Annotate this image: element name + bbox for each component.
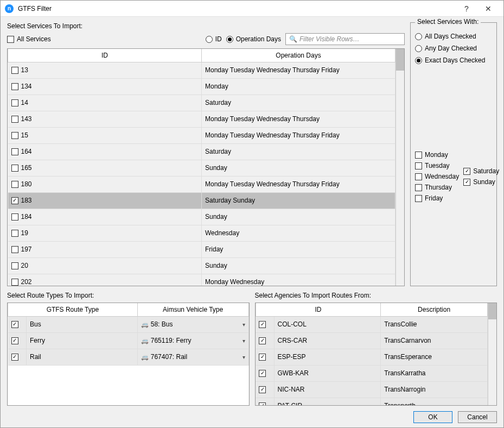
agency-id: NIC-NAR — [274, 381, 381, 398]
close-button[interactable]: ✕ — [477, 1, 499, 16]
route-types-table[interactable]: GTFS Route Type Aimsun Vehicle Type Bus … — [8, 303, 249, 406]
table-row[interactable]: CRS-CAR TransCarnarvon — [256, 332, 488, 349]
row-checkbox[interactable]: 180 — [11, 180, 199, 188]
day-checkbox[interactable]: Sunday — [463, 178, 499, 186]
row-checkbox[interactable]: 19 — [11, 229, 199, 237]
col-gtfs-type[interactable]: GTFS Route Type — [8, 303, 138, 316]
row-checkbox[interactable]: 134 — [11, 83, 199, 90]
row-days: Saturday — [202, 95, 395, 111]
col-aimsun-type[interactable]: Aimsun Vehicle Type — [137, 303, 248, 316]
vehicle-type-select[interactable]: 🚐765119: Ferry▾ — [137, 332, 248, 349]
day-checkbox[interactable]: Monday — [415, 151, 459, 159]
filter-option[interactable]: Exact Days Checked — [415, 56, 492, 64]
day-label: Monday — [425, 151, 448, 159]
day-label: Sunday — [473, 178, 495, 186]
agency-desc: TransCarnarvon — [381, 332, 488, 349]
row-checkbox[interactable] — [11, 354, 23, 361]
row-id: 183 — [21, 197, 32, 204]
table-row[interactable]: 15 Monday Tuesday Wednesday Thursday Fri… — [8, 127, 395, 143]
table-row[interactable]: 180 Monday Tuesday Wednesday Thursday Fr… — [8, 176, 395, 192]
scroll-thumb[interactable] — [396, 49, 404, 71]
services-scrollbar[interactable] — [395, 49, 404, 286]
table-row[interactable]: GWB-KAR TransKarratha — [256, 365, 488, 381]
route-type-name: Bus — [27, 316, 138, 332]
row-id: 19 — [21, 229, 28, 237]
col-id[interactable]: ID — [8, 49, 202, 62]
table-row[interactable]: 184 Sunday — [8, 209, 395, 225]
vehicle-icon: 🚐 — [141, 354, 149, 360]
table-row[interactable]: 134 Monday — [8, 78, 395, 95]
vehicle-type-select[interactable]: 🚐58: Bus▾ — [137, 316, 248, 332]
row-checkbox[interactable]: 183 — [11, 197, 199, 204]
row-checkbox[interactable]: 164 — [11, 148, 199, 155]
table-row[interactable]: Ferry 🚐765119: Ferry▾ — [8, 332, 249, 349]
day-checkbox[interactable]: Saturday — [463, 167, 499, 175]
row-checkbox[interactable]: 202 — [11, 278, 199, 286]
row-checkbox[interactable]: 13 — [11, 66, 199, 74]
filter-option-label: Any Day Checked — [425, 45, 477, 52]
table-row[interactable]: 13 Monday Tuesday Wednesday Thursday Fri… — [8, 62, 395, 78]
day-checkbox[interactable]: Thursday — [415, 184, 459, 191]
row-checkbox[interactable]: 184 — [11, 213, 199, 221]
radio-operation-days[interactable]: Operation Days — [226, 35, 281, 43]
table-row[interactable]: PAT-CIR Transperth — [256, 398, 488, 406]
day-checkbox[interactable]: Wednesday — [415, 173, 459, 180]
table-row[interactable]: NIC-NAR TransNarrogin — [256, 381, 488, 398]
search-input[interactable] — [299, 35, 401, 43]
col-agency-id[interactable]: ID — [256, 303, 381, 316]
row-checkbox[interactable]: 14 — [11, 99, 199, 106]
table-row[interactable]: Bus 🚐58: Bus▾ — [8, 316, 249, 332]
all-services-checkbox[interactable]: All Services — [7, 35, 51, 43]
table-row[interactable]: 183 Saturday Sunday — [8, 192, 395, 209]
row-days: Friday — [202, 241, 395, 257]
scroll-thumb[interactable] — [488, 303, 496, 319]
radio-id[interactable]: ID — [206, 35, 222, 43]
row-checkbox[interactable] — [259, 386, 271, 393]
row-checkbox[interactable]: 15 — [11, 131, 199, 139]
row-checkbox[interactable] — [11, 321, 23, 328]
chevron-down-icon: ▾ — [243, 322, 245, 328]
row-checkbox[interactable] — [259, 402, 271, 406]
row-checkbox[interactable] — [259, 370, 271, 377]
table-row[interactable]: COL-COL TransCollie — [256, 316, 488, 332]
table-row[interactable]: ESP-ESP TransEsperance — [256, 349, 488, 365]
table-row[interactable]: 19 Wednesday — [8, 225, 395, 241]
row-days: Monday Tuesday Wednesday Thursday Friday — [202, 62, 395, 78]
ok-button[interactable]: OK — [413, 411, 452, 423]
search-box[interactable]: 🔍 — [285, 33, 405, 45]
filter-option[interactable]: Any Day Checked — [415, 45, 492, 52]
table-row[interactable]: 20 Sunday — [8, 257, 395, 274]
row-days: Sunday — [202, 209, 395, 225]
help-button[interactable]: ? — [456, 1, 477, 16]
agency-id: GWB-KAR — [274, 365, 381, 381]
table-row[interactable]: Rail 🚐767407: Rail▾ — [8, 349, 249, 365]
row-checkbox[interactable]: 197 — [11, 246, 199, 253]
route-type-name: Ferry — [27, 332, 138, 349]
filter-option[interactable]: All Days Checked — [415, 33, 492, 40]
row-checkbox[interactable]: 165 — [11, 164, 199, 172]
row-checkbox[interactable] — [259, 321, 271, 328]
row-checkbox[interactable] — [11, 337, 23, 344]
agencies-table[interactable]: ID Description COL-COL TransCollie CRS-C… — [256, 303, 488, 406]
table-row[interactable]: 14 Saturday — [8, 95, 395, 111]
cancel-button[interactable]: Cancel — [458, 411, 497, 423]
agencies-scrollbar[interactable] — [488, 303, 496, 405]
sidebar-label: Select Services With: — [415, 18, 481, 26]
day-label: Wednesday — [425, 173, 459, 180]
table-row[interactable]: 197 Friday — [8, 241, 395, 257]
vehicle-type-select[interactable]: 🚐767407: Rail▾ — [137, 349, 248, 365]
table-row[interactable]: 164 Saturday — [8, 143, 395, 160]
col-agency-desc[interactable]: Description — [381, 303, 488, 316]
row-checkbox[interactable]: 20 — [11, 262, 199, 269]
table-row[interactable]: 202 Monday Wednesday — [8, 274, 395, 286]
table-row[interactable]: 143 Monday Tuesday Wednesday Thursday — [8, 111, 395, 127]
row-days: Sunday — [202, 160, 395, 176]
col-opdays[interactable]: Operation Days — [202, 49, 395, 62]
day-checkbox[interactable]: Friday — [415, 194, 459, 202]
row-checkbox[interactable] — [259, 337, 271, 344]
row-checkbox[interactable]: 143 — [11, 115, 199, 123]
table-row[interactable]: 165 Sunday — [8, 160, 395, 176]
services-table[interactable]: ID Operation Days 13 Monday Tuesday Wedn… — [8, 49, 395, 286]
row-checkbox[interactable] — [259, 354, 271, 361]
day-checkbox[interactable]: Tuesday — [415, 162, 459, 169]
